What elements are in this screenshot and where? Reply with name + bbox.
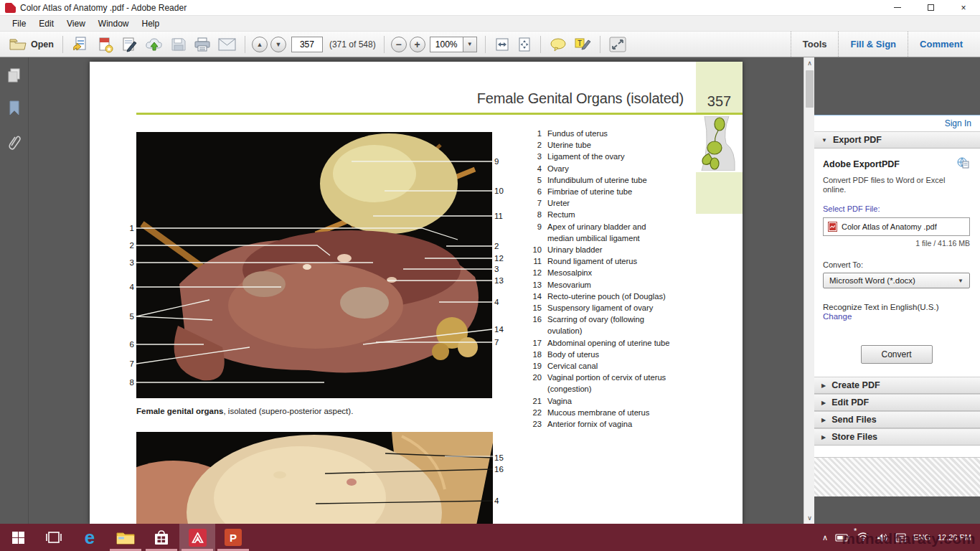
figure-label: 2 — [118, 241, 134, 250]
figure-label: 16 — [494, 465, 514, 474]
change-language-link[interactable]: Change — [823, 312, 970, 321]
scroll-down-button[interactable]: ∨ — [804, 512, 815, 524]
minimize-button[interactable] — [881, 0, 914, 15]
legend-item: 21 Vagina — [526, 395, 687, 407]
legend-item: 23 Anterior fornix of vagina — [526, 418, 687, 430]
no-internet-asterisk: * — [854, 527, 857, 535]
comment-tool-button[interactable] — [546, 34, 570, 55]
adobe-reader-taskbar-button[interactable] — [179, 524, 215, 551]
export-pdf-section-header[interactable]: ▼ Export PDF — [814, 131, 980, 149]
language-indicator[interactable]: ENG — [913, 533, 930, 542]
convert-format-dropdown[interactable]: Microsoft Word (*.docx) ▼ — [823, 273, 970, 288]
figure-label: 3 — [494, 265, 514, 273]
menu-item[interactable]: File — [6, 17, 32, 31]
page-thumbnails-button[interactable] — [0, 63, 29, 88]
maximize-button[interactable] — [914, 0, 947, 15]
close-button[interactable]: × — [947, 0, 980, 15]
legend-item: 19 Cervical canal — [526, 360, 687, 372]
notification-center-icon[interactable] — [895, 533, 906, 542]
powerpoint-button[interactable]: P — [215, 524, 251, 551]
figure-label: 5 — [118, 312, 134, 321]
vertical-scrollbar[interactable]: ∧ ∨ — [804, 57, 814, 524]
email-button[interactable] — [215, 34, 240, 55]
zoom-in-button[interactable]: + — [410, 37, 425, 52]
export-tool-title: Adobe ExportPDF — [823, 159, 900, 169]
margin-green-box — [696, 172, 743, 214]
save-button[interactable] — [167, 34, 190, 55]
battery-icon[interactable] — [835, 533, 849, 542]
page-title: Female Genital Organs (isolated) — [477, 90, 684, 107]
fit-width-button[interactable] — [491, 34, 514, 55]
figure-label: 9 — [494, 157, 514, 166]
panel-section-header[interactable]: ▶ Edit PDF — [814, 394, 980, 411]
print-button[interactable] — [190, 34, 215, 55]
zoom-out-button[interactable]: − — [391, 37, 407, 52]
figure-label: 12 — [494, 254, 514, 263]
adobe-pdf-app-icon — [5, 3, 16, 13]
scroll-up-button[interactable]: ∧ — [804, 57, 815, 69]
zoom-level-input[interactable] — [430, 37, 463, 52]
navigation-pane — [0, 57, 29, 524]
task-view-button[interactable] — [36, 524, 72, 551]
windows-start-icon — [12, 532, 24, 544]
fullscreen-button[interactable] — [606, 34, 630, 55]
fit-page-button[interactable] — [514, 34, 535, 55]
legend-item: 1 Fundus of uterus — [526, 128, 687, 139]
create-pdf-button[interactable] — [93, 34, 117, 55]
floppy-save-icon — [171, 37, 187, 52]
cloud-upload-icon — [145, 37, 164, 52]
highlight-tool-button[interactable]: T — [570, 34, 595, 55]
sign-document-button[interactable] — [117, 34, 141, 55]
wifi-icon[interactable]: * — [857, 531, 870, 544]
page-number-input[interactable] — [291, 37, 323, 52]
task-view-icon — [45, 531, 62, 544]
save-as-button[interactable] — [68, 34, 93, 55]
legend-item: 7 Ureter — [526, 197, 687, 209]
header-rule — [136, 113, 743, 115]
panel-empty-hatch — [814, 457, 980, 496]
figure-label: 8 — [118, 378, 134, 387]
figure-label: 13 — [494, 276, 514, 285]
zoom-dropdown-button[interactable]: ▼ — [463, 37, 477, 52]
menu-item[interactable]: Help — [136, 17, 166, 31]
panel-section-header[interactable]: ▶ Send Files — [814, 411, 980, 428]
figure-label: 4 — [118, 283, 134, 291]
sign-pen-icon — [121, 36, 138, 53]
paperclip-icon — [7, 134, 22, 151]
edge-browser-button[interactable]: e — [72, 524, 108, 551]
store-bag-icon — [153, 529, 170, 545]
convert-button[interactable]: Convert — [861, 345, 933, 364]
previous-page-button[interactable]: ▲ — [252, 37, 268, 52]
tray-chevron-up-icon[interactable]: ∧ — [822, 533, 828, 542]
next-page-button[interactable]: ▼ — [270, 37, 286, 52]
menu-item[interactable]: Window — [92, 17, 136, 31]
legend-item: 15 Suspensory ligament of ovary — [526, 302, 687, 314]
bookmarks-button[interactable] — [0, 96, 29, 121]
selected-file-box[interactable]: Color Atlas of Anatomy .pdf — [823, 217, 970, 236]
figure-label: 7 — [118, 359, 134, 368]
send-file-button[interactable] — [141, 34, 167, 55]
panel-section-header[interactable]: ▶ Store Files — [814, 428, 980, 446]
menu-item[interactable]: Edit — [32, 17, 60, 31]
microsoft-store-button[interactable] — [143, 524, 179, 551]
text-highlight-icon: T — [574, 37, 591, 52]
exportpdf-service-icon[interactable] — [956, 157, 970, 171]
menu-item[interactable]: View — [60, 17, 92, 31]
sign-in-link[interactable]: Sign In — [945, 118, 971, 128]
pdf-file-icon — [828, 222, 837, 232]
file-explorer-button[interactable] — [108, 524, 143, 551]
clock[interactable]: 12:26 PM — [938, 533, 971, 542]
panel-section-header[interactable]: ▶ Create PDF — [814, 377, 980, 394]
figure-label: 10 — [494, 187, 514, 195]
toolbar-tab[interactable]: Tools — [791, 32, 839, 57]
export-tool-description: Convert PDF files to Word or Excel onlin… — [823, 176, 959, 194]
scrollbar-thumb[interactable] — [806, 70, 814, 108]
speaker-icon[interactable] — [877, 533, 888, 542]
legend-item: 14 Recto-uterine pouch (of Douglas) — [526, 291, 687, 302]
toolbar-tab[interactable]: Comment — [908, 32, 974, 57]
toolbar-tab[interactable]: Fill & Sign — [838, 32, 908, 57]
open-button[interactable]: Open — [6, 34, 57, 55]
attachments-button[interactable] — [0, 131, 29, 155]
start-button[interactable] — [0, 524, 36, 551]
legend-item: 3 Ligament of the ovary — [526, 151, 687, 162]
